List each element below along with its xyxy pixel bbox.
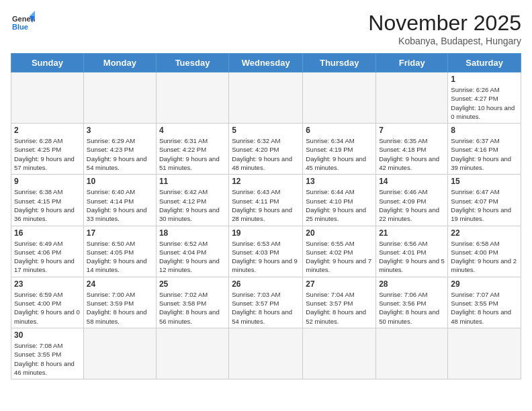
day-12: 12 Sunrise: 6:43 AMSunset: 4:11 PMDaylig… xyxy=(229,175,303,226)
day-16: 16 Sunrise: 6:49 AMSunset: 4:06 PMDaylig… xyxy=(11,226,84,277)
day-empty-1 xyxy=(11,73,84,124)
day-empty-9 xyxy=(229,328,303,379)
day-empty-6 xyxy=(376,73,448,124)
day-20: 20 Sunrise: 6:55 AMSunset: 4:02 PMDaylig… xyxy=(303,226,376,277)
day-empty-12 xyxy=(448,328,521,379)
header-monday: Monday xyxy=(83,54,156,73)
calendar-row-3: 9 Sunrise: 6:38 AMSunset: 4:15 PMDayligh… xyxy=(11,175,521,226)
month-title: November 2025 xyxy=(368,11,521,36)
day-28: 28 Sunrise: 7:06 AMSunset: 3:56 PMDaylig… xyxy=(376,277,448,328)
day-empty-2 xyxy=(83,73,156,124)
day-4: 4 Sunrise: 6:31 AMSunset: 4:22 PMDayligh… xyxy=(156,124,228,175)
day-empty-5 xyxy=(303,73,376,124)
day-5: 5 Sunrise: 6:32 AMSunset: 4:20 PMDayligh… xyxy=(229,124,303,175)
header-friday: Friday xyxy=(376,54,448,73)
day-14: 14 Sunrise: 6:46 AMSunset: 4:09 PMDaylig… xyxy=(376,175,448,226)
header-saturday: Saturday xyxy=(448,54,521,73)
calendar-row-6: 30 Sunrise: 7:08 AMSunset: 3:55 PMDaylig… xyxy=(11,328,521,379)
day-empty-3 xyxy=(156,73,228,124)
day-2: 2 Sunrise: 6:28 AMSunset: 4:25 PMDayligh… xyxy=(11,124,84,175)
day-21: 21 Sunrise: 6:56 AMSunset: 4:01 PMDaylig… xyxy=(376,226,448,277)
location-title: Kobanya, Budapest, Hungary xyxy=(368,36,521,46)
day-8: 8 Sunrise: 6:37 AMSunset: 4:16 PMDayligh… xyxy=(448,124,521,175)
day-24: 24 Sunrise: 7:00 AMSunset: 3:59 PMDaylig… xyxy=(83,277,156,328)
weekday-header-row: Sunday Monday Tuesday Wednesday Thursday… xyxy=(11,54,521,73)
header-thursday: Thursday xyxy=(303,54,376,73)
day-11: 11 Sunrise: 6:42 AMSunset: 4:12 PMDaylig… xyxy=(156,175,228,226)
day-13: 13 Sunrise: 6:44 AMSunset: 4:10 PMDaylig… xyxy=(303,175,376,226)
calendar-row-1: 1 Sunrise: 6:26 AMSunset: 4:27 PMDayligh… xyxy=(11,73,521,124)
day-17: 17 Sunrise: 6:50 AMSunset: 4:05 PMDaylig… xyxy=(83,226,156,277)
day-30: 30 Sunrise: 7:08 AMSunset: 3:55 PMDaylig… xyxy=(11,328,84,379)
day-empty-7 xyxy=(83,328,156,379)
day-25: 25 Sunrise: 7:02 AMSunset: 3:58 PMDaylig… xyxy=(156,277,228,328)
svg-text:Blue: Blue xyxy=(12,23,28,31)
day-10: 10 Sunrise: 6:40 AMSunset: 4:14 PMDaylig… xyxy=(83,175,156,226)
day-26: 26 Sunrise: 7:03 AMSunset: 3:57 PMDaylig… xyxy=(229,277,303,328)
header-wednesday: Wednesday xyxy=(229,54,303,73)
day-6: 6 Sunrise: 6:34 AMSunset: 4:19 PMDayligh… xyxy=(303,124,376,175)
day-7: 7 Sunrise: 6:35 AMSunset: 4:18 PMDayligh… xyxy=(376,124,448,175)
day-29: 29 Sunrise: 7:07 AMSunset: 3:55 PMDaylig… xyxy=(448,277,521,328)
logo: General Blue xyxy=(11,11,35,35)
day-22: 22 Sunrise: 6:58 AMSunset: 4:00 PMDaylig… xyxy=(448,226,521,277)
title-area: November 2025 Kobanya, Budapest, Hungary xyxy=(368,11,521,46)
svg-marker-3 xyxy=(30,11,35,16)
calendar: Sunday Monday Tuesday Wednesday Thursday… xyxy=(11,53,521,379)
day-27: 27 Sunrise: 7:04 AMSunset: 3:57 PMDaylig… xyxy=(303,277,376,328)
day-1: 1 Sunrise: 6:26 AMSunset: 4:27 PMDayligh… xyxy=(448,73,521,124)
day-23: 23 Sunrise: 6:59 AMSunset: 4:00 PMDaylig… xyxy=(11,277,84,328)
day-18: 18 Sunrise: 6:52 AMSunset: 4:04 PMDaylig… xyxy=(156,226,228,277)
day-15: 15 Sunrise: 6:47 AMSunset: 4:07 PMDaylig… xyxy=(448,175,521,226)
day-9: 9 Sunrise: 6:38 AMSunset: 4:15 PMDayligh… xyxy=(11,175,84,226)
day-3: 3 Sunrise: 6:29 AMSunset: 4:23 PMDayligh… xyxy=(83,124,156,175)
calendar-row-2: 2 Sunrise: 6:28 AMSunset: 4:25 PMDayligh… xyxy=(11,124,521,175)
logo-icon: General Blue xyxy=(11,11,35,35)
day-empty-4 xyxy=(229,73,303,124)
day-empty-11 xyxy=(376,328,448,379)
calendar-row-4: 16 Sunrise: 6:49 AMSunset: 4:06 PMDaylig… xyxy=(11,226,521,277)
header: General Blue November 2025 Kobanya, Buda… xyxy=(11,11,521,46)
calendar-row-5: 23 Sunrise: 6:59 AMSunset: 4:00 PMDaylig… xyxy=(11,277,521,328)
day-empty-10 xyxy=(303,328,376,379)
day-19: 19 Sunrise: 6:53 AMSunset: 4:03 PMDaylig… xyxy=(229,226,303,277)
header-sunday: Sunday xyxy=(11,54,84,73)
header-tuesday: Tuesday xyxy=(156,54,228,73)
day-empty-8 xyxy=(156,328,228,379)
